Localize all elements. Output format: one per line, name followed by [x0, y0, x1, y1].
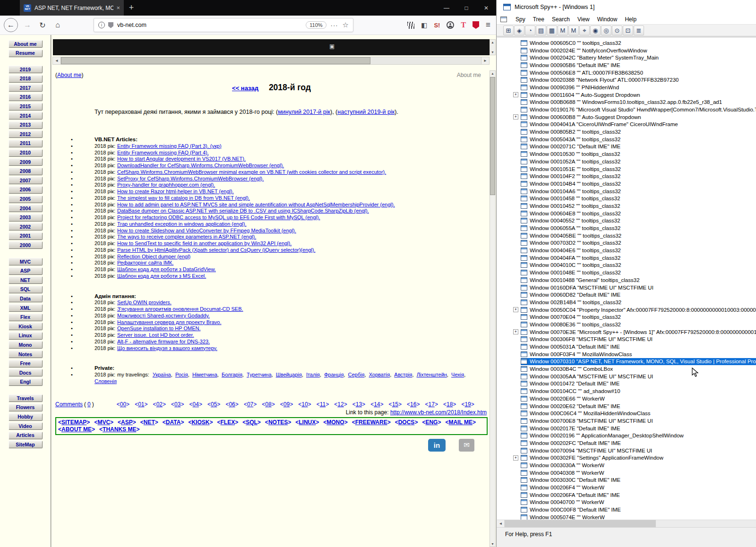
article-link[interactable]: Шаблон кода для роботи з DataGridView.: [117, 266, 216, 272]
zoom-indicator[interactable]: 110%: [306, 21, 326, 29]
country-link[interactable]: Туретчина: [247, 372, 275, 377]
sidebar-item[interactable]: Articles: [9, 432, 43, 439]
tree-row[interactable]: Window 00160DFA "MSCTFIME UI" MSCTFIME U…: [497, 284, 756, 291]
article-link[interactable]: How to add admin panel to ASP.NET MVC5 s…: [117, 202, 395, 207]
tree-row[interactable]: Window 000306F8 "MSCTFIME UI" MSCTFIME U…: [497, 336, 756, 343]
sidebar-item[interactable]: Kiosk: [9, 323, 43, 330]
article-link[interactable]: Server issue. Lost HD boot order.: [117, 332, 194, 338]
article-link[interactable]: Entity Framework missing FAQ (Part 3). (…: [117, 143, 222, 149]
tree-row[interactable]: Window 00020E62 "Default IME" IME: [497, 402, 756, 410]
pocket-addon-icon[interactable]: T: [461, 21, 466, 29]
sidebar-item[interactable]: 2014: [9, 112, 43, 120]
page-number-anchor[interactable]: 03: [174, 401, 180, 408]
scrollbar-thumb[interactable]: [505, 520, 656, 527]
comments-link[interactable]: Comments: [55, 401, 83, 408]
page-number-anchor[interactable]: 15: [392, 401, 398, 408]
processes-view-icon[interactable]: ◈: [514, 26, 524, 35]
spy-titlebar[interactable]: Microsoft Spy++ - [Windows 1]: [497, 0, 756, 14]
expand-toggle-icon[interactable]: +: [513, 307, 518, 312]
footer-link-anchor[interactable]: MVC: [97, 419, 110, 426]
threads-view-icon[interactable]: ◔: [525, 26, 535, 35]
email-icon[interactable]: ✉: [459, 439, 474, 452]
article-link[interactable]: Project for refactoring ODBC access to M…: [117, 214, 320, 220]
banner-horizontal-scrollbar[interactable]: ◄ ►: [52, 57, 490, 65]
message-options-icon[interactable]: M: [558, 26, 568, 35]
tree-row[interactable]: Window 000104CC "" ad_shadow#10: [497, 387, 756, 395]
account-icon[interactable]: [447, 21, 454, 29]
article-link[interactable]: Reflection Object dumper (engl): [117, 254, 190, 259]
article-link[interactable]: How to start Angular development in VS20…: [117, 156, 246, 162]
message-filter-icon[interactable]: M: [568, 26, 579, 35]
article-link[interactable]: Налаштування сервера для проекту Bravo.: [117, 319, 222, 325]
sidebar-item[interactable]: MVC: [9, 258, 43, 265]
tree-row[interactable]: Window 00040308 "" WorkerW: [497, 469, 756, 477]
article-link[interactable]: DataBase dumper on Classic ASP.NET with …: [117, 208, 369, 214]
tree-row[interactable]: Window 000104B4 "" tooltips_class32: [497, 180, 756, 188]
article-link[interactable]: Proxy-handler for graphhopper.com (engl)…: [117, 182, 215, 188]
tree-row[interactable]: Window 000506E8 "" ATL:00007FFB3B638250: [497, 69, 756, 77]
linkedin-icon[interactable]: in: [428, 439, 446, 452]
next-year-link[interactable]: наступний 2019-й рік: [337, 109, 395, 115]
sidebar-item[interactable]: SQL: [9, 286, 43, 293]
tree-row[interactable]: Window 00090396 "" PNIHiddenWnd: [497, 84, 756, 91]
tree-row[interactable]: Window 00010530 "" tooltips_class32: [497, 150, 756, 158]
tree-row[interactable]: Window 0002017E "Default IME" IME: [497, 425, 756, 432]
tree-row[interactable]: Window 00030B4C "" ComboLBox: [497, 365, 756, 373]
sidebar-toggle-icon[interactable]: ◧: [421, 21, 427, 29]
tree-row[interactable]: Window 0006055A "" tooltips_class32: [497, 224, 756, 232]
tree-row[interactable]: Window 00040700 "" WorkerW: [497, 499, 756, 506]
tree-row[interactable]: Window 0005031A "Default IME" IME: [497, 343, 756, 350]
sidebar-item[interactable]: 2002: [9, 223, 43, 231]
messages-view-icon[interactable]: ▤: [536, 26, 546, 35]
sidebar-item[interactable]: 2009: [9, 158, 43, 166]
sidebar-item[interactable]: 2011: [9, 140, 43, 147]
sidebar-item[interactable]: About me: [9, 40, 43, 48]
scroll-right-icon[interactable]: ►: [481, 57, 489, 64]
mdi-child-icon[interactable]: [500, 17, 507, 22]
forward-button[interactable]: →: [20, 18, 35, 32]
page-number-anchor[interactable]: 04: [193, 401, 199, 408]
page-number-anchor[interactable]: 00: [120, 401, 126, 408]
footer-link-anchor[interactable]: DOCS: [398, 419, 415, 426]
tree-row[interactable]: Window 00010472 "Default IME" IME: [497, 380, 756, 388]
adblock-icon[interactable]: [472, 21, 479, 29]
sidebar-item[interactable]: 2007: [9, 177, 43, 184]
footer-link-anchor[interactable]: MAIL ME: [448, 419, 472, 426]
footer-link-anchor[interactable]: ENG: [425, 419, 438, 426]
tree-row[interactable]: Window 000805B2 "" tooltips_class32: [497, 128, 756, 136]
article-link[interactable]: SetProxy for CefSharp.Winforms.ChromiumW…: [117, 176, 264, 181]
country-link[interactable]: Швейцарія: [276, 372, 305, 377]
sidebar-item[interactable]: 2013: [9, 121, 43, 129]
sidebar-item[interactable]: 2003: [9, 214, 43, 222]
tree-row[interactable]: Window 00020196 "" ApplicationManager_De…: [497, 432, 756, 439]
tree-row[interactable]: Window 000B0688 "" WindowsForms10.toolti…: [497, 99, 756, 106]
menu-item[interactable]: Help: [621, 16, 640, 23]
sidebar-item[interactable]: Engl: [9, 378, 43, 386]
article-link[interactable]: Alt-F - alternative firmware for DNS-323…: [117, 339, 210, 344]
tree-row[interactable]: Window 000604E8 "" tooltips_class32: [497, 210, 756, 217]
prev-year-link[interactable]: минулий 2017-й рік: [278, 109, 330, 115]
browser-tab[interactable]: VBNET ASP NET, NET Framework, MO... ×: [20, 0, 124, 16]
tree-row[interactable]: + Window 00050C04 "Property Inspector" A…: [497, 306, 756, 314]
article-link[interactable]: З'ясування алгоритмів оновлення Documat-…: [117, 306, 243, 312]
tree-row[interactable]: Window 000404E6 "" tooltips_class32: [497, 247, 756, 254]
article-link[interactable]: How to create Razor html-helper in VB.NE…: [117, 188, 234, 194]
expand-toggle-icon[interactable]: +: [513, 92, 518, 97]
tree-row[interactable]: + Window 000600B8 "" Auto-Suggest Dropdo…: [497, 113, 756, 121]
minimize-button[interactable]: —: [437, 0, 456, 16]
hamburger-menu-icon[interactable]: ≡: [486, 20, 490, 30]
tree-row[interactable]: Window 0005043A "" tooltips_class32: [497, 136, 756, 143]
tree-row[interactable]: Window 00070E04 "" tooltips_class32: [497, 313, 756, 321]
scroll-down-icon[interactable]: ▼: [490, 541, 495, 547]
footer-link-anchor[interactable]: ASP: [121, 419, 133, 426]
sidebar-item[interactable]: 2004: [9, 205, 43, 212]
sidebar-item[interactable]: NET: [9, 276, 43, 284]
tree-row[interactable]: Window 00040552 "" tooltips_class32: [497, 217, 756, 225]
country-link[interactable]: Росія: [175, 372, 191, 377]
country-link[interactable]: Австрія: [394, 372, 415, 377]
search-message-icon[interactable]: ⊡: [623, 26, 633, 35]
footer-link-anchor[interactable]: SQL: [246, 419, 258, 426]
menu-item[interactable]: Spy: [512, 16, 529, 23]
tree-row[interactable]: Window 000405BE "" tooltips_class32: [497, 232, 756, 239]
country-link[interactable]: Хорватія: [369, 372, 393, 377]
